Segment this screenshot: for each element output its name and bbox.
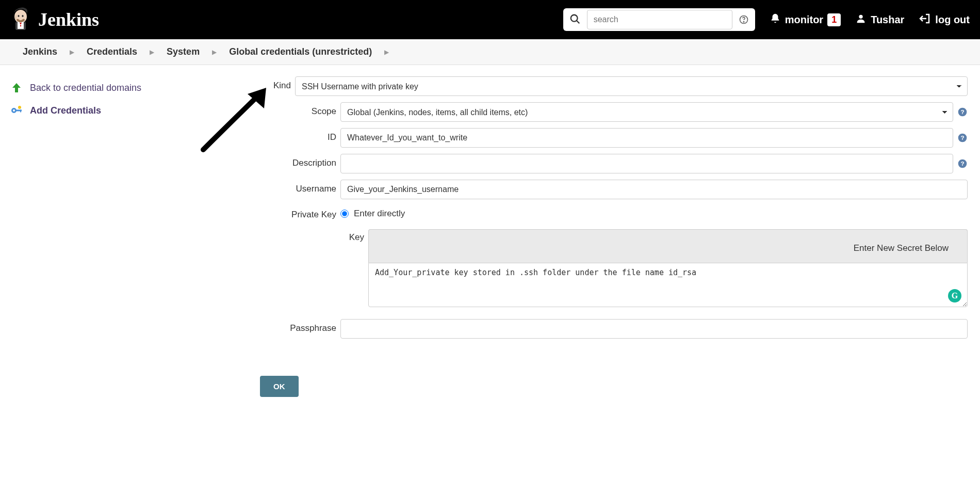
user-icon <box>855 13 867 27</box>
monitor-button[interactable]: monitor 1 <box>770 13 841 27</box>
username-input[interactable] <box>340 180 968 199</box>
label-private-key: Private Key <box>288 205 340 220</box>
label-description: Description <box>288 154 340 168</box>
grammarly-icon[interactable]: G <box>948 289 961 302</box>
chevron-right-icon: ▶ <box>379 49 394 56</box>
breadcrumb: Jenkins ▶ Credentials ▶ System ▶ Global … <box>0 39 980 65</box>
help-scope-icon[interactable]: ? <box>957 107 968 117</box>
svg-point-12 <box>13 109 15 111</box>
label-key: Key <box>340 229 368 309</box>
logout-icon <box>919 12 931 27</box>
header: Jenkins monitor 1 Tushar <box>0 0 980 39</box>
description-input[interactable] <box>340 154 953 173</box>
private-key-textarea[interactable] <box>368 263 968 307</box>
crumb-jenkins[interactable]: Jenkins <box>20 46 60 57</box>
sidebar-add-label: Add Credentials <box>30 105 101 116</box>
svg-rect-14 <box>20 110 21 113</box>
label-kind: Kind <box>249 76 295 91</box>
svg-point-6 <box>570 14 577 21</box>
svg-line-7 <box>576 20 579 23</box>
help-id-icon[interactable]: ? <box>957 133 968 143</box>
user-menu[interactable]: Tushar <box>855 13 904 27</box>
search-box[interactable] <box>563 8 755 31</box>
scope-select[interactable]: Global (Jenkins, nodes, items, all child… <box>340 102 953 122</box>
passphrase-input[interactable] <box>340 319 968 339</box>
enter-directly-radio[interactable] <box>340 210 349 218</box>
monitor-label: monitor <box>785 14 823 26</box>
chevron-right-icon: ▶ <box>64 49 79 56</box>
label-enter-directly: Enter directly <box>354 209 405 219</box>
svg-text:?: ? <box>960 134 964 141</box>
label-username: Username <box>288 180 340 194</box>
svg-point-4 <box>18 15 19 17</box>
chevron-right-icon: ▶ <box>144 49 159 56</box>
label-id: ID <box>288 128 340 142</box>
logout-label: log out <box>935 14 970 26</box>
label-passphrase: Passphrase <box>288 319 340 333</box>
secret-header: Enter New Secret Below <box>368 229 968 263</box>
ok-button[interactable]: OK <box>260 376 299 397</box>
label-scope: Scope <box>288 102 340 117</box>
id-input[interactable] <box>340 128 953 148</box>
bell-icon <box>770 13 781 27</box>
jenkins-logo-area[interactable]: Jenkins <box>10 7 99 32</box>
form-area: Kind SSH Username with private key Scope… <box>242 65 980 418</box>
user-name: Tushar <box>871 14 904 26</box>
search-icon <box>569 13 581 26</box>
svg-text:?: ? <box>960 108 964 115</box>
svg-text:?: ? <box>960 160 964 167</box>
svg-point-10 <box>859 14 862 18</box>
sidebar-item-add-credentials[interactable]: Add Credentials <box>10 99 232 122</box>
arrow-up-icon <box>10 82 23 94</box>
app-title: Jenkins <box>38 9 99 30</box>
search-input[interactable] <box>587 10 732 29</box>
svg-point-5 <box>22 15 23 17</box>
crumb-system[interactable]: System <box>164 46 203 57</box>
sidebar-back-label: Back to credential domains <box>30 83 141 93</box>
sidebar-item-back[interactable]: Back to credential domains <box>10 76 232 99</box>
kind-select[interactable]: SSH Username with private key <box>295 76 968 96</box>
svg-point-9 <box>743 22 744 22</box>
jenkins-mascot-icon <box>10 7 31 32</box>
svg-point-15 <box>18 106 21 109</box>
logout-button[interactable]: log out <box>919 12 970 27</box>
crumb-credentials[interactable]: Credentials <box>84 46 140 57</box>
sidebar: Back to credential domains Add Credentia… <box>0 65 242 418</box>
monitor-count-badge: 1 <box>827 13 841 26</box>
crumb-global[interactable]: Global credentials (unrestricted) <box>226 46 375 57</box>
chevron-right-icon: ▶ <box>207 49 222 56</box>
search-help-icon[interactable] <box>739 14 749 25</box>
help-description-icon[interactable]: ? <box>957 158 968 169</box>
svg-point-3 <box>20 25 21 26</box>
key-icon <box>10 104 23 117</box>
